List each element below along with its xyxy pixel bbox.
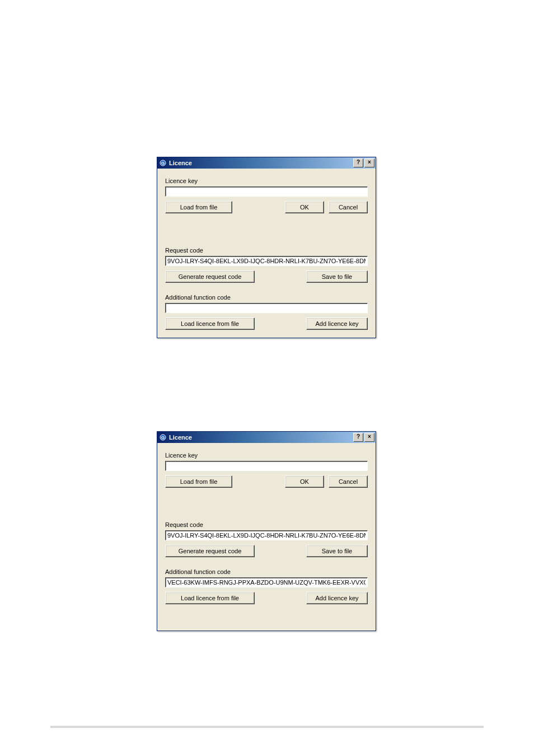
additional-function-code-input[interactable] <box>165 303 368 313</box>
footer-divider <box>50 726 484 728</box>
additional-function-code-label: Additional function code <box>165 568 368 575</box>
ok-button[interactable]: OK <box>285 475 324 488</box>
help-button[interactable]: ? <box>353 158 363 167</box>
app-icon: G <box>159 433 167 441</box>
save-to-file-button[interactable]: Save to file <box>306 270 368 283</box>
svg-text:G: G <box>161 161 165 166</box>
dialog-title: Licence <box>169 434 353 441</box>
cancel-button[interactable]: Cancel <box>329 201 368 213</box>
titlebar[interactable]: G Licence ? × <box>157 157 376 169</box>
dialog-body: Licence key Load from file OK Cancel Req… <box>157 443 376 612</box>
save-to-file-button[interactable]: Save to file <box>306 545 368 557</box>
additional-function-code-label: Additional function code <box>165 294 368 301</box>
load-from-file-button[interactable]: Load from file <box>165 475 232 488</box>
close-button[interactable]: × <box>364 433 374 442</box>
licence-key-input[interactable] <box>165 461 368 471</box>
load-from-file-button[interactable]: Load from file <box>165 201 232 213</box>
licence-key-label: Licence key <box>165 178 368 184</box>
svg-text:G: G <box>161 435 165 440</box>
generate-request-code-button[interactable]: Generate request code <box>165 545 255 557</box>
request-code-input[interactable] <box>165 530 368 540</box>
load-licence-from-file-button[interactable]: Load licence from file <box>165 592 255 604</box>
dialog-body: Licence key Load from file OK Cancel Req… <box>157 169 376 338</box>
add-licence-key-button[interactable]: Add licence key <box>306 592 368 604</box>
help-button[interactable]: ? <box>353 433 363 442</box>
request-code-input[interactable] <box>165 256 368 266</box>
titlebar[interactable]: G Licence ? × <box>157 432 376 443</box>
close-button[interactable]: × <box>364 158 374 167</box>
licence-dialog-2: G Licence ? × Licence key Load from file… <box>157 431 376 631</box>
ok-button[interactable]: OK <box>285 201 324 213</box>
additional-function-code-input[interactable] <box>165 577 368 587</box>
add-licence-key-button[interactable]: Add licence key <box>306 318 368 330</box>
licence-key-label: Licence key <box>165 452 368 459</box>
app-icon: G <box>159 159 167 167</box>
licence-key-input[interactable] <box>165 186 368 197</box>
licence-dialog-1: G Licence ? × Licence key Load from file… <box>157 157 376 338</box>
request-code-label: Request code <box>165 247 368 254</box>
dialog-title: Licence <box>169 160 353 166</box>
cancel-button[interactable]: Cancel <box>329 475 368 488</box>
load-licence-from-file-button[interactable]: Load licence from file <box>165 318 255 330</box>
generate-request-code-button[interactable]: Generate request code <box>165 270 255 283</box>
request-code-label: Request code <box>165 521 368 528</box>
